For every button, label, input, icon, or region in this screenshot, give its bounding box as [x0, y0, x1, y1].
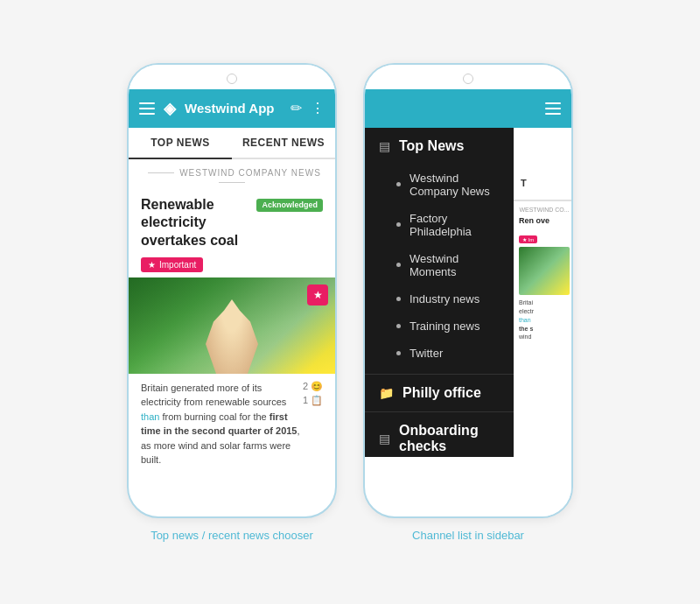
pencil-icon[interactable]: ✏ [290, 100, 302, 116]
article-title: Renewable electricity overtakes coal Ack… [129, 193, 335, 256]
sidebar-item-westwind-moments[interactable]: Westwind Moments [365, 245, 514, 285]
app-bar: ◈ Westwind App ✏ ⋮ [129, 89, 335, 128]
article-footer: Britain generated more of its electricit… [129, 374, 335, 474]
peek-tab-bar: T [514, 166, 573, 201]
peek-text-4: the s [519, 326, 533, 332]
tab-recent-news[interactable]: RECENT NEWS [232, 128, 335, 158]
tab-top-news[interactable]: TOP NEWS [129, 128, 232, 159]
bullet-icon [396, 351, 401, 355]
app-logo-icon: ◈ [164, 99, 176, 118]
important-label: Important [159, 260, 196, 270]
star-icon: ★ [148, 260, 156, 270]
sidebar-section-onboarding[interactable]: ▤ Onboarding checks [365, 412, 514, 457]
sidebar-section-philly[interactable]: 📁 Philly office [365, 375, 514, 412]
sidebar-section-top-news: ▤ Top News Westwind Company News Factory… [365, 128, 514, 375]
reaction-smile: 2 😊 [303, 381, 323, 392]
phone2-wrapper: ▤ Top News Westwind Company News Factory… [363, 63, 573, 542]
phones-container: ◈ Westwind App ✏ ⋮ TOP NEWS RECENT NEWS … [109, 46, 591, 559]
peek-text-1: Britai [519, 299, 533, 306]
sidebar-item-label: Industry news [410, 292, 480, 306]
more-options-icon[interactable]: ⋮ [311, 100, 325, 116]
article-image: ★ [129, 277, 335, 374]
phone2-hamburger-icon[interactable] [545, 102, 561, 115]
peek-content: WESTWIND CO... Ren ove ★ Im Britai elect… [514, 201, 573, 348]
important-badge: ★ Important [141, 257, 203, 272]
bullet-icon [396, 182, 401, 186]
peek-important-text: ★ Im [522, 236, 534, 242]
sidebar-item-label: Twitter [410, 347, 443, 360]
phone1-notch [129, 65, 335, 89]
top-news-title: Top News [399, 138, 464, 154]
folder-icon: 📁 [379, 386, 394, 400]
sidebar-item-label: Westwind Company News [410, 172, 496, 198]
article-text-part2: than [141, 411, 159, 422]
reaction-document: 1 📋 [303, 395, 323, 406]
sidebar-item-training-news[interactable]: Training news [365, 313, 514, 340]
article-text: Britain generated more of its electricit… [141, 381, 303, 467]
phone1-label: Top news / recent news chooser [150, 529, 313, 542]
document-icon: 📋 [311, 395, 323, 406]
phone1-camera [227, 74, 237, 84]
onboarding-title: Onboarding checks [399, 423, 500, 454]
peek-text-3: than [519, 317, 531, 323]
peek-article-title: Ren ove [519, 216, 570, 227]
sidebar-item-westwind-company[interactable]: Westwind Company News [365, 165, 514, 205]
peek-section-label: WESTWIND CO... [519, 207, 570, 213]
section-label: WESTWIND COMPANY NEWS [129, 159, 335, 193]
peek-article-text: Britai electr than the s wind [519, 298, 570, 341]
tab-bar: TOP NEWS RECENT NEWS [129, 128, 335, 159]
peek-title-text: Ren ove [519, 216, 550, 225]
app-bar-icons: ✏ ⋮ [290, 100, 325, 116]
checklist-icon: ▤ [379, 432, 390, 446]
phone1-wrapper: ◈ Westwind App ✏ ⋮ TOP NEWS RECENT NEWS … [127, 63, 337, 542]
phone2: ▤ Top News Westwind Company News Factory… [363, 63, 573, 518]
article-text-part3: from burning coal for the [159, 411, 269, 422]
reaction-count-2: 1 [303, 395, 308, 405]
phone2-notch [365, 65, 571, 89]
phone2-camera [463, 74, 473, 84]
sidebar-item-factory-philly[interactable]: Factory Philadelphia [365, 205, 514, 245]
main-content-peek: T WESTWIND CO... Ren ove ★ Im Britai [514, 166, 573, 518]
acknowledged-badge: Acknowledged [256, 199, 323, 213]
bullet-icon [396, 263, 401, 267]
peek-article-image [519, 247, 570, 295]
peek-text-5: wind [519, 334, 531, 340]
article-reactions: 2 😊 1 📋 [303, 381, 323, 406]
app-title: Westwind App [185, 101, 282, 116]
star-bookmark-icon[interactable]: ★ [307, 284, 328, 306]
article-title-text: Renewable electricity overtakes coal [141, 196, 249, 250]
smile-icon: 😊 [311, 381, 323, 392]
philly-title: Philly office [402, 385, 481, 401]
peek-tab-label: T [521, 178, 527, 188]
peek-text-2: electr [519, 308, 534, 314]
sidebar-item-industry-news[interactable]: Industry news [365, 285, 514, 313]
sidebar-item-label: Factory Philadelphia [410, 212, 496, 238]
phone2-body: ▤ Top News Westwind Company News Factory… [365, 128, 571, 518]
sidebar-item-label: Training news [410, 320, 480, 333]
article-text-part1: Britain generated more of its electricit… [141, 383, 286, 408]
bullet-icon [396, 222, 401, 227]
bullet-icon [396, 324, 401, 328]
sidebar-item-twitter[interactable]: Twitter [365, 340, 514, 367]
phone2-app-bar [365, 89, 571, 128]
sidebar-item-label: Westwind Moments [410, 252, 496, 278]
hamburger-icon[interactable] [139, 102, 155, 115]
sidebar-items-top-news: Westwind Company News Factory Philadelph… [365, 165, 514, 374]
bullet-icon [396, 297, 401, 301]
sidebar: ▤ Top News Westwind Company News Factory… [365, 128, 514, 457]
peek-important-badge: ★ Im [519, 235, 537, 243]
top-news-icon: ▤ [379, 139, 390, 153]
phone2-label: Channel list in sidebar [412, 529, 524, 542]
phone1: ◈ Westwind App ✏ ⋮ TOP NEWS RECENT NEWS … [127, 63, 337, 518]
reaction-count-1: 2 [303, 381, 308, 391]
sidebar-header-top-news[interactable]: ▤ Top News [365, 128, 514, 165]
